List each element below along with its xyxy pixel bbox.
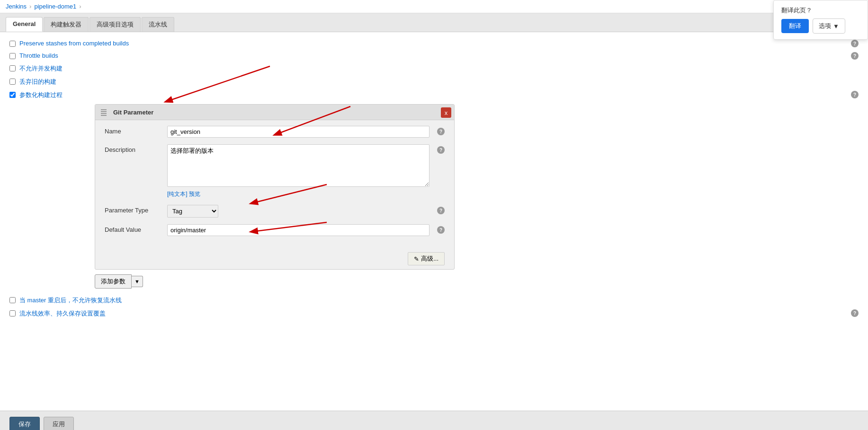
git-parameter-title: Git Parameter bbox=[113, 109, 153, 116]
name-input[interactable] bbox=[167, 126, 430, 138]
parameterized-build-label[interactable]: 参数化构建过程 bbox=[19, 91, 63, 99]
preserve-stashes-row: Preserve stashes from completed builds ? bbox=[9, 40, 859, 47]
plain-text-link[interactable]: [纯文本] bbox=[167, 191, 188, 197]
advanced-icon: ✎ bbox=[414, 255, 419, 263]
pipeline-durability-help-icon[interactable]: ? bbox=[851, 309, 859, 317]
apply-button[interactable]: 应用 bbox=[44, 417, 74, 430]
translate-popup: 翻译此页？ 翻译 选项 ▼ bbox=[773, 0, 868, 40]
name-field-row: Name ? bbox=[105, 126, 445, 138]
translate-popup-title: 翻译此页？ bbox=[781, 6, 860, 15]
separator1: › bbox=[29, 3, 31, 10]
nav-jenkins[interactable]: Jenkins bbox=[6, 3, 27, 10]
description-textarea[interactable]: 选择部署的版本 bbox=[167, 144, 430, 187]
advanced-area: ✎ 高级... bbox=[95, 248, 454, 269]
throttle-builds-label[interactable]: Throttle builds bbox=[19, 52, 58, 59]
git-parameter-body: Name ? Description 选择部署的版本 [纯文本] bbox=[95, 120, 454, 248]
advanced-label: 高级... bbox=[421, 254, 438, 263]
action-buttons: 保存 应用 bbox=[0, 411, 868, 430]
translate-button[interactable]: 翻译 bbox=[781, 19, 809, 33]
parameterized-build-row: 参数化构建过程 ? bbox=[9, 91, 859, 99]
advanced-button[interactable]: ✎ 高级... bbox=[408, 252, 445, 265]
no-concurrent-builds-label[interactable]: 不允许并发构建 bbox=[19, 64, 63, 73]
name-label: Name bbox=[105, 126, 161, 135]
default-value-field-row: Default Value ? bbox=[105, 224, 445, 236]
pipeline-durability-label[interactable]: 流水线效率、持久保存设置覆盖 bbox=[19, 309, 106, 318]
name-input-container bbox=[167, 126, 430, 138]
throttle-builds-checkbox[interactable] bbox=[9, 53, 16, 59]
no-concurrent-builds-checkbox[interactable] bbox=[9, 65, 16, 71]
no-resume-pipeline-row: 当 master 重启后，不允许恢复流水线 bbox=[9, 296, 859, 305]
add-param-dropdown-button[interactable]: ▼ bbox=[132, 276, 143, 287]
breadcrumb: Jenkins › pipeline-dome1 › bbox=[0, 0, 868, 13]
throttle-builds-row: Throttle builds ? bbox=[9, 52, 859, 60]
translate-popup-buttons: 翻译 选项 ▼ bbox=[781, 18, 860, 34]
parameter-type-help-icon[interactable]: ? bbox=[437, 207, 445, 214]
bottom-checkboxes: 当 master 重启后，不允许恢复流水线 流水线效率、持久保存设置覆盖 ? bbox=[9, 296, 859, 318]
preview-link[interactable]: 预览 bbox=[189, 191, 200, 197]
parameter-type-select[interactable]: Tag Branch Revision Pull Request bbox=[167, 205, 218, 218]
form-area: Preserve stashes from completed builds ?… bbox=[0, 32, 868, 411]
tab-pipeline[interactable]: 流水线 bbox=[142, 17, 174, 32]
tabs-bar: General 构建触发器 高级项目选项 流水线 bbox=[0, 13, 868, 32]
default-value-help-icon[interactable]: ? bbox=[437, 226, 445, 234]
parameterized-build-help-icon[interactable]: ? bbox=[851, 91, 859, 98]
add-param-button[interactable]: 添加参数 bbox=[95, 274, 132, 289]
pipeline-durability-row: 流水线效率、持久保存设置覆盖 ? bbox=[9, 309, 859, 318]
discard-old-builds-row: 丢弃旧的构建 bbox=[9, 78, 859, 86]
options-label: 选项 bbox=[819, 22, 831, 30]
git-parameter-panel: Git Parameter x ? Name ? D bbox=[95, 104, 455, 270]
no-resume-pipeline-checkbox[interactable] bbox=[9, 297, 16, 303]
default-value-label: Default Value bbox=[105, 224, 161, 233]
name-help-icon[interactable]: ? bbox=[437, 128, 445, 135]
tab-general[interactable]: General bbox=[6, 17, 43, 32]
description-input-container: 选择部署的版本 [纯文本] 预览 bbox=[167, 144, 430, 198]
close-git-parameter-button[interactable]: x bbox=[441, 107, 451, 118]
discard-old-builds-checkbox[interactable] bbox=[9, 79, 16, 85]
tab-build-triggers[interactable]: 构建触发器 bbox=[44, 17, 89, 32]
git-parameter-header: Git Parameter x ? bbox=[95, 105, 454, 120]
translate-options-button[interactable]: 选项 ▼ bbox=[813, 18, 845, 34]
main-content: General 构建触发器 高级项目选项 流水线 Preserve stashe… bbox=[0, 13, 868, 430]
parameterized-build-checkbox[interactable] bbox=[9, 92, 16, 98]
save-button[interactable]: 保存 bbox=[9, 417, 40, 430]
pipeline-durability-checkbox[interactable] bbox=[9, 310, 16, 316]
description-field-row: Description 选择部署的版本 [纯文本] 预览 ? bbox=[105, 144, 445, 198]
preserve-stashes-checkbox[interactable] bbox=[9, 41, 16, 47]
parameter-type-input-container: Tag Branch Revision Pull Request bbox=[167, 205, 430, 218]
drag-handle-icon[interactable] bbox=[101, 108, 107, 116]
description-help-icon[interactable]: ? bbox=[437, 146, 445, 154]
description-label: Description bbox=[105, 144, 161, 153]
default-value-input[interactable] bbox=[167, 224, 430, 236]
no-resume-pipeline-label[interactable]: 当 master 重启后，不允许恢复流水线 bbox=[19, 296, 122, 305]
no-concurrent-builds-row: 不允许并发构建 bbox=[9, 64, 859, 73]
parameter-type-field-row: Parameter Type Tag Branch Revision Pull … bbox=[105, 205, 445, 218]
default-value-input-container bbox=[167, 224, 430, 236]
add-param-container: 添加参数 ▼ bbox=[95, 274, 859, 289]
preserve-stashes-label[interactable]: Preserve stashes from completed builds bbox=[19, 40, 129, 47]
preserve-stashes-help-icon[interactable]: ? bbox=[851, 40, 859, 47]
separator2: › bbox=[79, 3, 81, 10]
preview-links: [纯文本] 预览 bbox=[167, 190, 430, 198]
parameter-type-label: Parameter Type bbox=[105, 205, 161, 214]
discard-old-builds-label[interactable]: 丢弃旧的构建 bbox=[19, 78, 56, 86]
nav-project[interactable]: pipeline-dome1 bbox=[34, 3, 76, 10]
options-arrow-icon: ▼ bbox=[833, 23, 839, 30]
throttle-builds-help-icon[interactable]: ? bbox=[851, 52, 859, 60]
tab-advanced-options[interactable]: 高级项目选项 bbox=[89, 17, 141, 32]
